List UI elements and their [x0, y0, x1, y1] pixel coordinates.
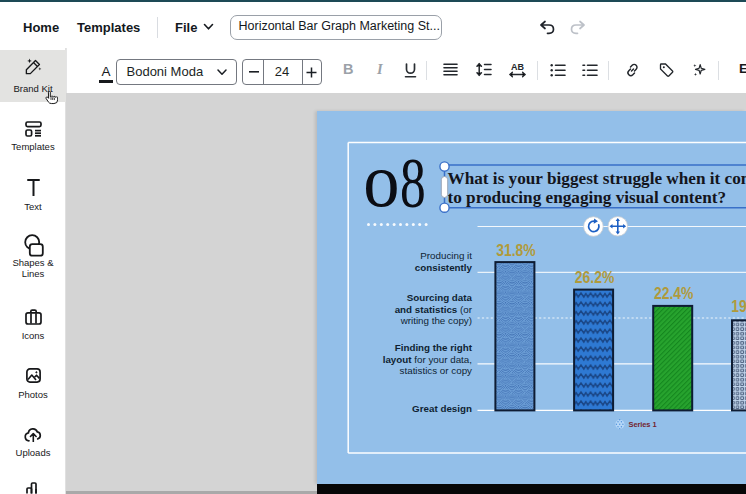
svg-text:A: A [101, 64, 110, 79]
svg-text:and statistics (or: and statistics (or [395, 304, 473, 315]
svg-text:Great design: Great design [412, 403, 472, 414]
svg-text:AB: AB [511, 62, 524, 72]
svg-text:layout for your data,: layout for your data, [383, 354, 472, 365]
svg-text:22.4%: 22.4% [654, 285, 694, 302]
svg-text:Producing it: Producing it [420, 250, 472, 261]
svg-text:Series 1: Series 1 [629, 420, 657, 429]
svg-text:writing the copy): writing the copy) [400, 315, 472, 326]
svg-text:What is your biggest struggle: What is your biggest struggle when it co… [448, 169, 746, 188]
svg-text:26.2%: 26.2% [575, 269, 615, 286]
svg-text:Sourcing data: Sourcing data [407, 292, 473, 303]
svg-text:Finding the right: Finding the right [395, 342, 473, 353]
svg-text:consistently: consistently [415, 262, 473, 273]
svg-text:o: o [363, 139, 399, 223]
svg-text:31.8%: 31.8% [496, 242, 536, 259]
svg-text:8: 8 [400, 143, 426, 222]
svg-text:19.4%: 19.4% [731, 298, 746, 315]
svg-text:to producing engaging visual c: to producing engaging visual content? [448, 188, 727, 207]
svg-text:statistics or copy: statistics or copy [400, 365, 473, 376]
